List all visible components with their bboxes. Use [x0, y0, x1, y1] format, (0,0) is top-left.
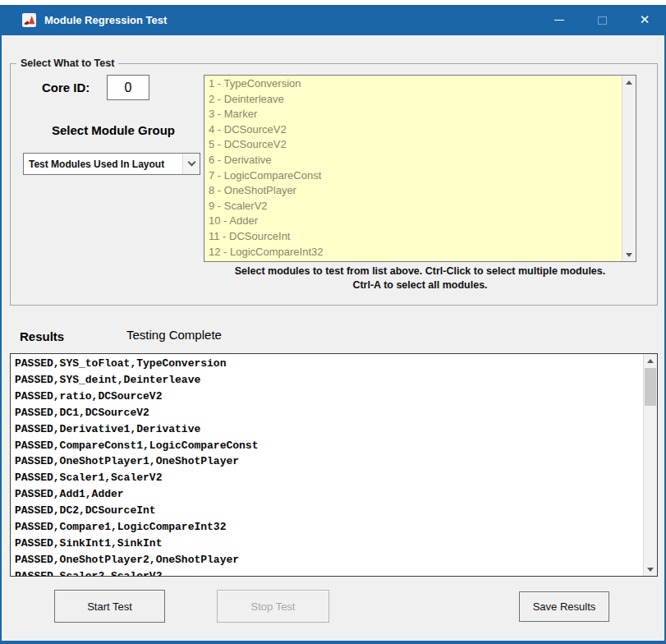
stop-test-button[interactable]: Stop Test — [217, 590, 329, 623]
result-line: PASSED,OneShotPlayer1,OneShotPlayer — [15, 453, 643, 470]
module-list-scrollbar[interactable] — [622, 76, 636, 261]
scroll-up-button[interactable] — [622, 76, 636, 89]
result-line: PASSED,Scaler1,ScalerV2 — [15, 470, 643, 486]
result-line: PASSED,SYS_toFloat,TypeConversion — [15, 356, 643, 372]
result-line: PASSED,Scaler2,ScalerV2 — [15, 568, 643, 577]
module-list-item[interactable]: 3 - Marker — [204, 107, 622, 122]
minimize-button[interactable] — [538, 5, 581, 35]
result-line: PASSED,ratio,DCSourceV2 — [15, 389, 643, 405]
close-button[interactable]: ✕ — [623, 5, 666, 35]
module-list-item[interactable]: 8 - OneShotPlayer — [204, 183, 622, 199]
module-group-label: Select Module Group — [23, 123, 204, 137]
maximize-icon — [598, 16, 607, 25]
scroll-down-icon — [626, 253, 632, 257]
result-line: PASSED,Add1,Adder — [15, 486, 643, 503]
module-group-selected-value: Test Modules Used In Layout — [29, 159, 164, 170]
panel-legend: Select What to Test — [16, 58, 118, 69]
results-scrollbar[interactable] — [643, 354, 657, 576]
results-label: Results — [20, 329, 64, 343]
dropdown-arrow-zone[interactable] — [182, 154, 200, 174]
module-list-item[interactable]: 9 - ScalerV2 — [204, 199, 622, 214]
module-list-item[interactable]: 12 - LogicCompareInt32 — [204, 245, 622, 260]
module-list-item[interactable]: 2 - Deinterleave — [204, 92, 622, 108]
start-test-button[interactable]: Start Test — [54, 590, 165, 623]
module-select-help-text: Select modules to test from list above. … — [204, 264, 636, 292]
scroll-down-icon — [647, 568, 654, 572]
scroll-up-icon — [647, 359, 654, 363]
chevron-down-icon — [187, 159, 195, 167]
module-listbox[interactable]: 1 - TypeConversion2 - Deinterleave3 - Ma… — [204, 75, 636, 262]
result-line: PASSED,CompareConst1,LogicCompareConst — [15, 438, 643, 454]
scroll-down-button[interactable] — [644, 563, 657, 576]
module-list-item[interactable]: 11 - DCSourceInt — [204, 229, 622, 245]
module-list-item[interactable]: 6 - Derivative — [204, 153, 622, 168]
result-line: PASSED,DC2,DCSourceInt — [15, 503, 643, 519]
result-line: PASSED,SinkInt1,SinkInt — [15, 536, 643, 552]
window-controls: ✕ — [538, 5, 666, 35]
core-id-input[interactable] — [107, 75, 149, 100]
module-list-item[interactable]: 7 - LogicCompareConst — [204, 168, 622, 184]
save-results-button[interactable]: Save Results — [519, 591, 609, 622]
help-line-2: Ctrl-A to select all modules. — [204, 278, 636, 292]
result-line: PASSED,SYS_deint,Deinterleave — [15, 372, 643, 389]
scroll-up-icon — [626, 80, 632, 85]
module-list-item[interactable]: 1 - TypeConversion — [204, 76, 622, 92]
result-line: PASSED,DC1,DCSourceV2 — [15, 405, 643, 421]
module-regression-test-window: Module Regression Test ✕ Select What to … — [0, 5, 666, 644]
minimize-icon — [554, 20, 564, 21]
core-id-label: Core ID: — [42, 80, 90, 94]
titlebar[interactable]: Module Regression Test ✕ — [0, 5, 666, 35]
results-listbox[interactable]: PASSED,SYS_toFloat,TypeConversionPASSED,… — [10, 353, 658, 577]
result-line: PASSED,Compare1,LogicCompareInt32 — [15, 519, 643, 536]
module-group-dropdown[interactable]: Test Modules Used In Layout — [23, 153, 200, 175]
scroll-down-button[interactable] — [622, 248, 636, 261]
scroll-up-button[interactable] — [644, 354, 657, 367]
results-status-text: Testing Complete — [126, 328, 222, 342]
module-list-item[interactable]: 4 - DCSourceV2 — [204, 122, 622, 138]
matlab-app-icon — [22, 13, 36, 27]
module-list-item[interactable]: 10 - Adder — [204, 214, 622, 229]
help-line-1: Select modules to test from list above. … — [204, 264, 636, 278]
result-line: PASSED,Derivative1,Derivative — [15, 421, 643, 438]
scroll-thumb[interactable] — [645, 368, 656, 406]
maximize-button[interactable] — [581, 5, 623, 35]
window-title: Module Regression Test — [44, 14, 167, 26]
select-what-to-test-panel: Select What to Test Core ID: Select Modu… — [10, 63, 658, 306]
close-icon: ✕ — [640, 14, 650, 26]
module-list-item[interactable]: 5 - DCSourceV2 — [204, 137, 622, 153]
result-line: PASSED,OneShotPlayer2,OneShotPlayer — [15, 552, 643, 568]
